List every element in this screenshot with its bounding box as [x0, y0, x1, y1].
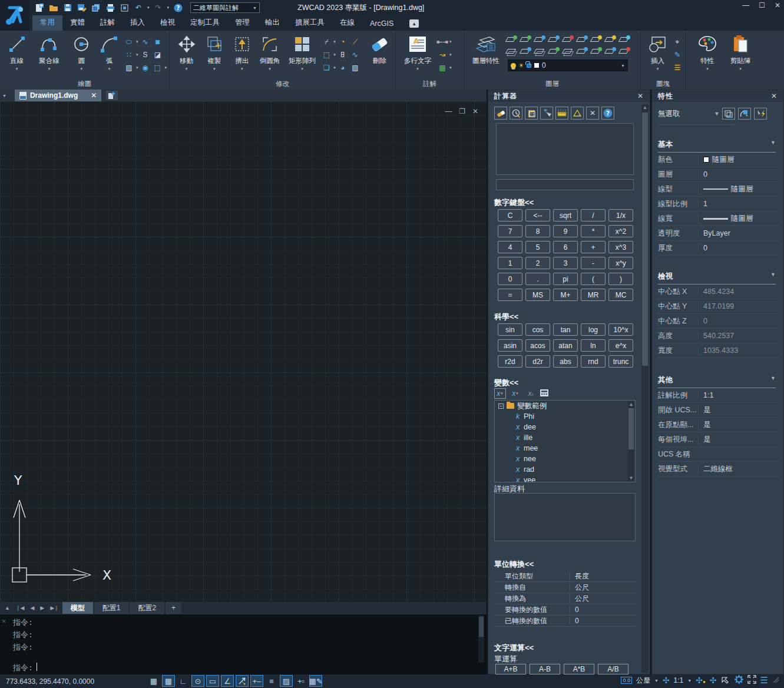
minimize-button[interactable]: — [742, 1, 749, 9]
properties-close-icon[interactable]: ✕ [771, 92, 778, 100]
layer-current-on-icon[interactable] [590, 35, 602, 45]
property-row-width[interactable]: 寬度 1035.4333 [658, 343, 779, 358]
leader-caret-icon[interactable]: ▾ [449, 52, 452, 57]
layer-combo[interactable]: ☀ 0 ▼ [508, 59, 628, 71]
spline-icon[interactable]: ∿ [140, 37, 151, 47]
text-op-subtract-button[interactable]: A-B [530, 664, 560, 674]
calc-key-10x[interactable]: 10^x [608, 323, 633, 336]
calculator-scrollbar[interactable]: ▲ [641, 104, 649, 673]
calc-key-atan[interactable]: atan [553, 339, 578, 352]
command-line-area[interactable]: ✕ 指令: 指令: 指令: 指令: [0, 614, 487, 674]
scale-caret-icon[interactable]: ▾ [333, 52, 336, 57]
print-icon[interactable] [105, 3, 115, 12]
canvas-close-icon[interactable]: ✕ [472, 107, 478, 115]
block-attrib-icon[interactable]: ☰ [672, 63, 683, 72]
tab-solid[interactable]: 實體 [62, 15, 92, 31]
property-row-center-z[interactable]: 中心點 Z 0 [658, 314, 779, 329]
table-icon[interactable]: ▦ [437, 63, 448, 72]
tab-manage[interactable]: 管理 [227, 15, 257, 31]
help-icon[interactable]: ? [173, 3, 183, 12]
transparency-icon[interactable]: ▨ [280, 675, 293, 687]
calc-key-close-paren[interactable]: ) [608, 273, 633, 285]
calculator-close-icon[interactable]: ✕ [637, 92, 644, 100]
unit-row[interactable]: 已轉換的數值0 [494, 616, 636, 627]
layer-previous-icon[interactable] [562, 47, 574, 57]
layer-isolate-icon[interactable] [534, 35, 545, 45]
property-row-linetype[interactable]: 線型 隨圖層 [658, 182, 779, 197]
calc-key-decimal[interactable]: . [525, 273, 550, 285]
tab-output[interactable]: 輸出 [257, 15, 287, 31]
text-op-multiply-button[interactable]: A*B [564, 664, 594, 674]
status-menu-icon[interactable]: ☰ [760, 675, 768, 686]
calc-key-plus[interactable]: + [581, 241, 606, 253]
calc-key-cos[interactable]: cos [525, 323, 550, 336]
variables-folder-row[interactable]: − 變數範例 [495, 401, 635, 411]
hatch-icon[interactable]: ▨ [124, 63, 134, 72]
donut-icon[interactable]: ◉ [140, 63, 151, 72]
undo-caret-icon[interactable]: ▾ [147, 5, 150, 10]
calc-key-7[interactable]: 7 [498, 225, 522, 237]
property-row-ucs-per-viewport[interactable]: 每個視埠... 是 [658, 432, 779, 447]
canvas-restore-icon[interactable]: ❐ [459, 107, 465, 115]
zwcad-logo[interactable] [0, 0, 29, 31]
layer-delete-icon[interactable] [604, 47, 616, 57]
layer-set-current-icon[interactable] [548, 47, 560, 57]
document-tab[interactable]: Drawing1.dwg ✕ [15, 90, 101, 101]
calc-key-8[interactable]: 8 [525, 225, 550, 237]
selection-filter-combo[interactable]: 無選取 [658, 109, 680, 119]
rotate-icon[interactable]: ⟋ [350, 37, 360, 47]
variable-item[interactable]: xnee [495, 454, 635, 464]
property-row-color[interactable]: 顏色 隨圖層 [658, 153, 779, 167]
dim-linear-icon[interactable]: ⇤⇥ [437, 37, 448, 47]
insert-block-button[interactable]: 插入▾ [644, 33, 671, 78]
annotation-autoscale-icon[interactable]: ✣ [710, 676, 717, 685]
rect-array-button[interactable]: 矩形陣列▾ [285, 33, 320, 78]
move-copy-icon[interactable]: ❏ [321, 63, 332, 72]
variables-tree[interactable]: − 變數範例 kPhi xdee xille xmee xnee xrad xv… [494, 400, 636, 482]
layer-merge-icon[interactable] [590, 47, 602, 57]
tab-home[interactable]: 常用 [32, 15, 62, 31]
calc-key-sin[interactable]: sin [498, 323, 522, 336]
erase-button[interactable]: 刪除 [366, 33, 393, 78]
point-caret-icon[interactable]: ▾ [136, 52, 138, 57]
calc-key-2[interactable]: 2 [525, 257, 550, 269]
snap-mode-icon[interactable]: ▦ [162, 675, 175, 687]
panel-modify-label[interactable]: 修改 [170, 80, 395, 88]
mirror-icon[interactable]: ∿ [350, 50, 360, 59]
close-button[interactable]: ✕ [775, 1, 780, 9]
fullscreen-icon[interactable] [747, 675, 756, 686]
save-as-icon[interactable] [77, 3, 87, 12]
dynamic-input-icon[interactable] [236, 675, 249, 687]
trim-caret-icon[interactable]: ▾ [333, 39, 336, 44]
fillet-button[interactable]: 倒圓角▾ [256, 33, 283, 78]
tab-view[interactable]: 檢視 [153, 15, 183, 31]
ortho-mode-icon[interactable]: ∟ [177, 675, 190, 687]
scale-icon[interactable]: ⬚ [321, 50, 332, 59]
settings-gear-icon[interactable] [735, 675, 743, 686]
add-layout-button[interactable]: + [166, 602, 181, 614]
calc-history-icon[interactable] [510, 107, 522, 120]
trim-icon[interactable]: ⌿ [321, 37, 332, 47]
tab-model[interactable]: 模型 [62, 602, 93, 614]
property-row-center-x[interactable]: 中心點 X 485.4234 [658, 285, 779, 299]
command-prompt[interactable]: 指令: [13, 663, 33, 673]
property-row-ucs-origin[interactable]: 在原點顯... 是 [658, 418, 779, 432]
calc-key-d2r[interactable]: d2r [525, 355, 550, 368]
tab-express-tools[interactable]: 擴展工具 [287, 15, 332, 31]
ellipse-caret-icon[interactable]: ▾ [136, 39, 138, 44]
move-copy-caret-icon[interactable]: ▾ [333, 65, 336, 70]
property-row-ucs-on[interactable]: 開啟 UCS... 是 [658, 403, 779, 418]
calc-clear-icon[interactable] [494, 107, 507, 120]
workspace-combo[interactable]: 二維草圖與註解 ▼ [190, 2, 260, 13]
unit-row[interactable]: 要轉換的數值0 [494, 604, 636, 616]
calc-key-abs[interactable]: abs [553, 355, 578, 368]
annotation-visibility-icon[interactable]: ✣● [696, 676, 706, 685]
calc-measure-angle-icon[interactable] [571, 107, 584, 120]
tab-custom-tools[interactable]: 定制工具 [183, 15, 227, 31]
drawing-canvas[interactable]: — ❐ ✕ Y X [0, 101, 487, 602]
dim-caret-icon[interactable]: ▾ [449, 39, 452, 44]
table-caret-icon[interactable]: ▾ [449, 65, 452, 70]
text-op-add-button[interactable]: A+B [495, 664, 526, 674]
hatch-caret-icon[interactable]: ▾ [136, 65, 138, 70]
region-icon[interactable]: ◙ [153, 37, 163, 47]
